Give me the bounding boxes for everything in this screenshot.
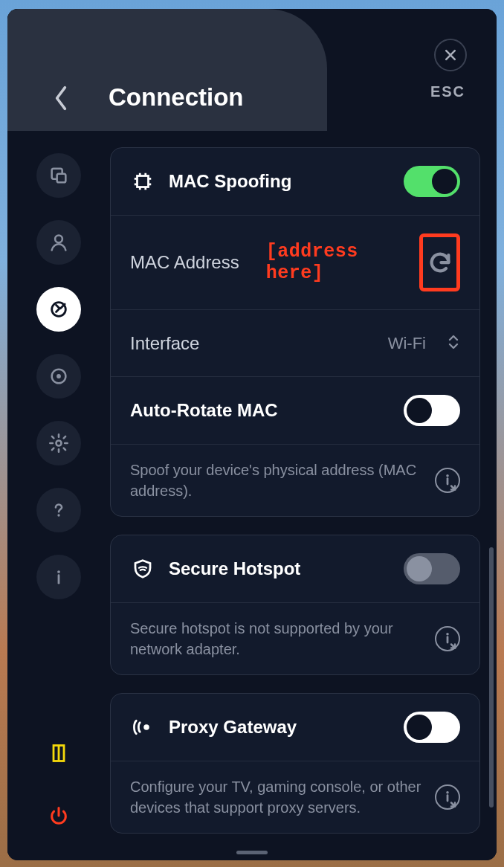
chevron-left-icon xyxy=(53,85,69,112)
info-link-icon xyxy=(436,628,459,650)
card-hotspot: Secure Hotspot Secure hotspot is not sup… xyxy=(110,535,480,675)
interface-value: Wi-Fi xyxy=(388,334,426,353)
info-link-icon xyxy=(436,469,459,491)
overlap-icon xyxy=(48,165,69,186)
svg-point-8 xyxy=(57,570,60,573)
row-mac-spoofing: MAC Spoofing xyxy=(111,148,479,216)
broadcast-icon xyxy=(130,716,155,738)
mac-address-label: MAC Address xyxy=(130,252,239,273)
chevron-updown-icon xyxy=(447,333,460,351)
row-mac-address: MAC Address [address here] xyxy=(111,216,479,310)
close-button[interactable] xyxy=(434,39,467,71)
proxy-label: Proxy Gateway xyxy=(169,717,297,738)
svg-point-13 xyxy=(143,724,149,730)
mac-footer: Spoof your device's physical address (MA… xyxy=(111,445,479,516)
row-proxy: Proxy Gateway xyxy=(111,694,479,761)
proxy-toggle[interactable] xyxy=(404,712,460,743)
svg-rect-1 xyxy=(57,174,66,183)
svg-point-14 xyxy=(446,791,449,794)
hotspot-toggle[interactable] xyxy=(404,553,460,584)
body: MAC Spoofing MAC Address [address here] xyxy=(7,131,497,860)
sidebar-item-power[interactable] xyxy=(36,793,81,838)
refresh-mac-button[interactable] xyxy=(419,233,460,291)
esc-label: ESC xyxy=(430,83,465,100)
sidebar-item-info[interactable] xyxy=(36,555,81,599)
hotspot-footer: Secure hotspot is not supported by your … xyxy=(111,603,479,674)
chip-icon xyxy=(130,170,155,193)
row-hotspot: Secure Hotspot xyxy=(111,535,479,603)
proxy-info-link[interactable] xyxy=(435,784,460,810)
svg-point-7 xyxy=(57,514,59,516)
svg-point-5 xyxy=(56,374,61,378)
row-auto-rotate: Auto-Rotate MAC xyxy=(111,377,479,445)
proxy-footer: Configure your TV, gaming console, or ot… xyxy=(111,761,479,833)
titlebar: Connection ESC xyxy=(7,9,497,131)
svg-point-11 xyxy=(446,474,449,477)
auto-rotate-toggle[interactable] xyxy=(404,395,460,426)
shield-icon xyxy=(130,558,155,580)
sidebar xyxy=(7,131,110,860)
close-icon xyxy=(443,48,458,62)
interface-select[interactable] xyxy=(447,333,460,354)
help-icon xyxy=(48,500,69,520)
info-link-icon xyxy=(436,786,459,808)
interface-label: Interface xyxy=(130,333,199,354)
scrollbar[interactable] xyxy=(489,547,494,808)
svg-point-2 xyxy=(55,235,62,242)
proxy-description: Configure your TV, gaming console, or ot… xyxy=(130,776,421,818)
sidebar-item-user[interactable] xyxy=(36,220,81,265)
hotspot-label: Secure Hotspot xyxy=(169,558,300,579)
mac-address-value: [address here] xyxy=(266,241,395,284)
auto-rotate-label: Auto-Rotate MAC xyxy=(130,400,278,421)
hotspot-info-link[interactable] xyxy=(435,626,460,651)
svg-point-6 xyxy=(56,441,62,446)
sidebar-item-help[interactable] xyxy=(36,488,81,532)
card-mac: MAC Spoofing MAC Address [address here] xyxy=(110,147,480,517)
svg-rect-10 xyxy=(138,176,149,187)
page-title: Connection xyxy=(109,83,243,112)
sidebar-item-connection[interactable] xyxy=(36,287,81,332)
mac-spoofing-label: MAC Spoofing xyxy=(169,171,291,192)
sidebar-bottom xyxy=(36,731,81,860)
user-icon xyxy=(48,232,69,253)
sidebar-item-overlap[interactable] xyxy=(36,153,81,198)
mac-description: Spoof your device's physical address (MA… xyxy=(130,460,421,501)
plug-icon xyxy=(48,299,69,320)
hotspot-description: Secure hotspot is not supported by your … xyxy=(130,618,421,660)
resize-handle[interactable] xyxy=(236,851,268,854)
sidebar-item-firewall[interactable] xyxy=(36,731,81,776)
shield-yellow-icon xyxy=(48,743,69,764)
gear-icon xyxy=(48,433,69,454)
card-proxy: Proxy Gateway Configure your TV, gaming … xyxy=(110,693,480,834)
app-window: Connection ESC xyxy=(7,9,497,860)
refresh-icon xyxy=(427,250,453,275)
row-interface[interactable]: Interface Wi-Fi xyxy=(111,310,479,377)
mac-info-link[interactable] xyxy=(435,468,460,493)
mac-spoofing-toggle[interactable] xyxy=(404,166,460,197)
power-icon xyxy=(48,805,69,826)
target-icon xyxy=(48,366,69,387)
content: MAC Spoofing MAC Address [address here] xyxy=(110,131,497,860)
sidebar-item-target[interactable] xyxy=(36,354,81,399)
svg-point-12 xyxy=(446,633,449,636)
sidebar-item-settings[interactable] xyxy=(36,421,81,465)
info-icon xyxy=(48,567,69,587)
back-button[interactable] xyxy=(46,83,76,113)
